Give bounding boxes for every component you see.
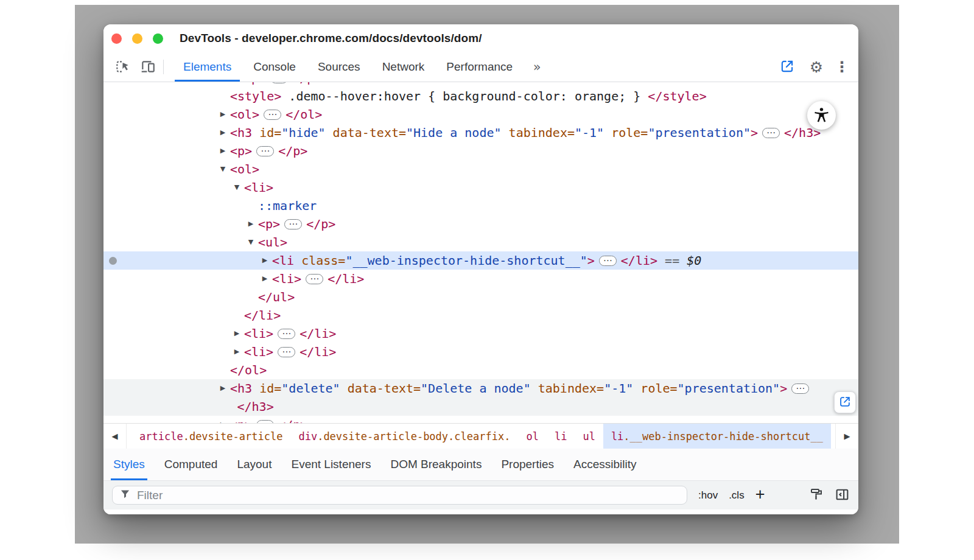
expand-arrow-icon[interactable]: ▶	[232, 324, 242, 343]
code-token-tag: </ul>	[258, 290, 295, 304]
breadcrumb-item[interactable]: article.devsite-article	[131, 424, 290, 449]
expand-arrow-icon[interactable]: ▶	[232, 82, 242, 87]
dom-tree-row[interactable]: ▶<h3 id="delete" data-text="Delete a nod…	[103, 379, 858, 397]
sidebar-tab-layout[interactable]: Layout	[227, 449, 281, 480]
styles-filter-bar: :hov .cls +	[103, 481, 858, 509]
style-filter-field[interactable]	[112, 486, 687, 505]
sidebar-tab-dom-breakpoints[interactable]: DOM Breakpoints	[380, 449, 491, 480]
code-token-val: "hide"	[281, 125, 325, 140]
dom-tree-row[interactable]: ▶<li>⋯</li>	[103, 324, 858, 343]
crumb-tag-name: ul	[583, 430, 595, 443]
dom-tree-row[interactable]: ▶<p>⋯</p>	[103, 142, 858, 160]
dom-tree-row[interactable]: ▼<ul>	[103, 233, 858, 251]
inline-expand-button[interactable]: ⋯	[306, 274, 323, 284]
sidebar-tab-accessibility[interactable]: Accessibility	[564, 449, 646, 480]
dom-tree-row[interactable]: ▶<li>⋯</li>	[103, 270, 858, 288]
dom-tree-row[interactable]: ▶<p>⋯</p>	[103, 215, 858, 233]
rendering-emulations-button[interactable]	[809, 487, 824, 503]
toggle-element-state-button[interactable]: :hov	[698, 489, 718, 502]
collapse-arrow-icon[interactable]: ▼	[232, 178, 242, 197]
device-toolbar-button[interactable]	[135, 52, 161, 82]
breadcrumb: article.devsite-articlediv.devsite-artic…	[127, 424, 831, 449]
dom-tree-row[interactable]: ▶<h3 id="hide" data-text="Hide a node" t…	[103, 124, 858, 142]
selected-node-dot	[109, 257, 117, 265]
expand-arrow-icon[interactable]: ▶	[218, 379, 228, 397]
code-token-tag: </p>	[278, 144, 307, 158]
breadcrumb-item[interactable]: div.devsite-article-body.clearfix.	[290, 424, 518, 449]
minimize-window-button[interactable]	[132, 33, 142, 44]
dom-tree-row[interactable]: ::marker	[103, 197, 858, 215]
tab-elements[interactable]: Elements	[172, 52, 242, 82]
inline-expand-button[interactable]: ⋯	[278, 329, 295, 339]
dom-tree-row[interactable]: ▼<li>	[103, 178, 858, 197]
inline-expand-button[interactable]: ⋯	[270, 82, 288, 83]
expand-arrow-icon[interactable]: ▶	[232, 343, 242, 361]
inline-expand-button[interactable]: ⋯	[256, 420, 274, 423]
more-panels-button[interactable]: »	[526, 52, 548, 82]
code-token-tag: <h3	[230, 125, 252, 140]
code-token-tag: >	[751, 125, 758, 140]
window-titlebar: DevTools - developer.chrome.com/docs/dev…	[103, 24, 858, 52]
toolbar-divider	[163, 60, 164, 74]
expand-arrow-icon[interactable]: ▶	[218, 416, 228, 423]
expand-arrow-icon[interactable]: ▶	[218, 142, 228, 160]
screencast-toggle-button[interactable]	[774, 58, 800, 76]
expand-arrow-icon[interactable]: ▶	[260, 251, 270, 270]
dom-tree-row[interactable]: </ol>	[103, 361, 858, 379]
dom-tree-row[interactable]: ▶<p>⋯</p>	[103, 416, 858, 423]
breadcrumb-item[interactable]: ul	[575, 424, 603, 449]
zoom-window-button[interactable]	[153, 33, 163, 44]
breadcrumb-scroll-left-button[interactable]: ◀	[103, 424, 127, 449]
more-options-button[interactable]: ⋮	[833, 58, 851, 75]
inline-expand-button[interactable]: ⋯	[599, 256, 617, 266]
settings-button[interactable]: ⚙	[804, 58, 829, 76]
code-token-plain: .demo--hover:hover { background-color: o…	[281, 89, 648, 103]
scroll-into-view-button[interactable]	[834, 391, 856, 413]
inspect-element-button[interactable]	[110, 52, 135, 82]
code-token-tag: <p>	[230, 144, 252, 158]
dom-tree-row[interactable]: ▶<li class="__web-inspector-hide-shortcu…	[103, 251, 858, 270]
breadcrumb-scroll-right-button[interactable]: ▶	[835, 424, 858, 449]
tab-console[interactable]: Console	[242, 52, 307, 82]
expand-arrow-icon[interactable]: ▶	[260, 270, 270, 288]
inline-expand-button[interactable]: ⋯	[284, 219, 302, 229]
sidebar-tab-computed[interactable]: Computed	[155, 449, 228, 480]
style-filter-input[interactable]	[137, 489, 681, 502]
dom-tree-row[interactable]: </h3>	[103, 397, 858, 416]
dom-tree-row[interactable]: ▶<p>⋯</p>	[103, 82, 858, 87]
inline-expand-button[interactable]: ⋯	[791, 383, 809, 394]
collapse-arrow-icon[interactable]: ▼	[218, 160, 228, 178]
expand-arrow-icon[interactable]: ▶	[218, 124, 228, 142]
breadcrumb-item[interactable]: li	[547, 424, 575, 449]
sidebar-tab-styles[interactable]: Styles	[103, 449, 155, 480]
inline-expand-button[interactable]: ⋯	[256, 146, 274, 156]
element-classes-button[interactable]: .cls	[729, 489, 745, 502]
code-token-attr: data-text=	[340, 381, 421, 396]
new-style-rule-button[interactable]: +	[755, 486, 765, 503]
dom-tree-row[interactable]: ▶<li>⋯</li>	[103, 343, 858, 361]
sidebar-tab-properties[interactable]: Properties	[491, 449, 564, 480]
tab-network[interactable]: Network	[371, 52, 436, 82]
tab-sources[interactable]: Sources	[307, 52, 371, 82]
collapse-arrow-icon[interactable]: ▼	[246, 233, 256, 251]
close-window-button[interactable]	[111, 33, 122, 44]
tab-performance[interactable]: Performance	[435, 52, 524, 82]
kebab-menu-icon: ⋮	[835, 58, 849, 75]
dom-tree-row[interactable]: </li>	[103, 306, 858, 324]
toggle-computed-sidebar-button[interactable]	[835, 487, 850, 504]
breadcrumb-item[interactable]: ol	[518, 424, 546, 449]
inline-expand-button[interactable]: ⋯	[278, 347, 295, 357]
accessibility-overlay-button[interactable]	[807, 101, 836, 130]
expand-arrow-icon[interactable]: ▶	[218, 105, 228, 124]
inline-expand-button[interactable]: ⋯	[264, 110, 281, 120]
code-token-val: "presentation"	[648, 125, 751, 140]
sidebar-tab-event-listeners[interactable]: Event Listeners	[281, 449, 380, 480]
dom-tree-row[interactable]: </ul>	[103, 288, 858, 306]
breadcrumb-item[interactable]: li.__web-inspector-hide-shortcut__	[603, 424, 831, 449]
dom-tree-row[interactable]: <style> .demo--hover:hover { background-…	[103, 87, 858, 105]
crumb-classes: .devsite-article	[183, 430, 283, 443]
dom-tree-row[interactable]: ▼<ol>	[103, 160, 858, 178]
dom-tree-row[interactable]: ▶<ol>⋯</ol>	[103, 105, 858, 124]
inline-expand-button[interactable]: ⋯	[762, 128, 780, 138]
expand-arrow-icon[interactable]: ▶	[246, 215, 256, 233]
